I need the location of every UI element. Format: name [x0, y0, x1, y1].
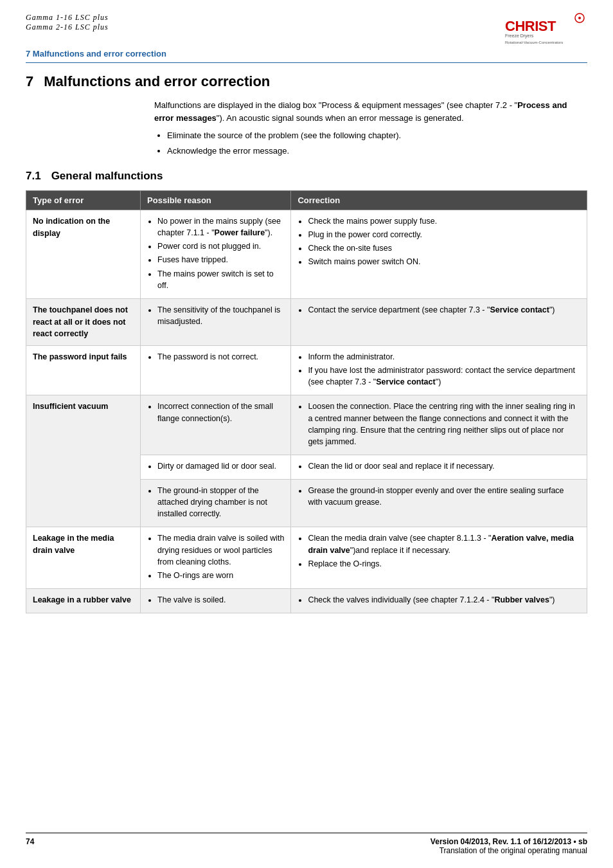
error-type-cell: Insufficient vacuum	[26, 395, 141, 527]
correction-list: Inform the administrator. If you have lo…	[298, 351, 580, 388]
error-type-cell: The touchpanel does not react at all or …	[26, 298, 141, 345]
error-table: Type of error Possible reason Correction…	[26, 190, 587, 613]
correction-list: Contact the service department (see chap…	[298, 304, 580, 316]
table-row: Leakage in a rubber valve The valve is s…	[26, 588, 587, 613]
intro-content: Malfunctions are displayed in the dialog…	[154, 99, 587, 159]
reason-item: Power cord is not plugged in.	[157, 240, 284, 252]
correction-list: Loosen the connection. Place the centrin…	[298, 401, 580, 448]
intro-bullet-2: Acknowledge the error message.	[167, 145, 587, 158]
section-nav: 7 Malfunctions and error correction	[26, 49, 587, 59]
footer-version: Version 04/2013, Rev. 1.1 of 16/12/2013 …	[431, 837, 587, 846]
reason-item: No power in the mains supply (see chapte…	[157, 215, 284, 239]
reason-list: The ground-in stopper of the attached dr…	[147, 485, 284, 520]
reason-list: Dirty or damaged lid or door seal.	[147, 460, 284, 472]
correction-item: Loosen the connection. Place the centrin…	[308, 401, 580, 448]
error-type-cell: Leakage in a rubber valve	[26, 588, 141, 613]
reason-cell: Dirty or damaged lid or door seal.	[141, 455, 291, 479]
table-row: Leakage in the media drain valve The med…	[26, 527, 587, 589]
reason-list: Incorrect connection of the small flange…	[147, 401, 284, 424]
reason-cell: The password is not correct.	[141, 346, 291, 395]
correction-list: Clean the media drain valve (see chapter…	[298, 532, 580, 569]
correction-cell: Loosen the connection. Place the centrin…	[291, 395, 587, 455]
intro-indent	[26, 99, 154, 159]
logo-container: CHRIST Freeze Dryers Rotational-Vacuum-C…	[504, 13, 587, 46]
table-row: No indication on the display No power in…	[26, 210, 587, 299]
header-left: Gamma 1-16 LSC plus Gamma 2-16 LSC plus	[26, 13, 109, 32]
col-error-type: Type of error	[26, 191, 141, 210]
reason-list: No power in the mains supply (see chapte…	[147, 215, 284, 291]
reason-item: Incorrect connection of the small flange…	[157, 401, 284, 424]
chapter-title: Malfunctions and error correction	[44, 73, 270, 90]
correction-cell: Grease the ground-in stopper evenly and …	[291, 480, 587, 527]
col-possible-reason: Possible reason	[141, 191, 291, 210]
header-divider	[26, 62, 587, 63]
chapter-heading: 7 Malfunctions and error correction	[26, 73, 587, 90]
table-row: The password input fails The password is…	[26, 346, 587, 395]
correction-item: Switch mains power switch ON.	[308, 256, 580, 267]
reason-item: The password is not correct.	[157, 351, 284, 363]
page-header: Gamma 1-16 LSC plus Gamma 2-16 LSC plus …	[26, 13, 587, 46]
correction-list: Grease the ground-in stopper evenly and …	[298, 485, 580, 508]
device-title-2: Gamma 2-16 LSC plus	[26, 23, 109, 32]
table-row: Insufficient vacuum Incorrect connection…	[26, 395, 587, 455]
reason-list: The sensitivity of the touchpanel is mis…	[147, 304, 284, 327]
section71-title: General malfunctions	[51, 170, 163, 183]
reason-cell: No power in the mains supply (see chapte…	[141, 210, 291, 299]
page-wrapper: Gamma 1-16 LSC plus Gamma 2-16 LSC plus …	[0, 0, 613, 868]
correction-list: Check the valves individually (see chapt…	[298, 594, 580, 606]
svg-point-1	[578, 17, 581, 19]
correction-list: Clean the lid or door seal and replace i…	[298, 460, 580, 472]
intro-bullet-1: Eliminate the source of the problem (see…	[167, 129, 587, 142]
reason-cell: The sensitivity of the touchpanel is mis…	[141, 298, 291, 345]
section71-number: 7.1	[26, 170, 41, 183]
correction-item: Inform the administrator.	[308, 351, 580, 363]
reason-cell: The media drain valve is soiled with dry…	[141, 527, 291, 589]
correction-cell: Contact the service department (see chap…	[291, 298, 587, 345]
reason-item: The sensitivity of the touchpanel is mis…	[157, 304, 284, 327]
svg-text:CHRIST: CHRIST	[505, 18, 556, 34]
reason-list: The media drain valve is soiled with dry…	[147, 532, 284, 581]
reason-item: The ground-in stopper of the attached dr…	[157, 485, 284, 520]
col-correction: Correction	[291, 191, 587, 210]
correction-list: Check the mains power supply fuse. Plug …	[298, 215, 580, 268]
correction-cell: Clean the lid or door seal and replace i…	[291, 455, 587, 479]
intro-paragraph: Malfunctions are displayed in the dialog…	[154, 99, 587, 124]
correction-item: Check the valves individually (see chapt…	[308, 594, 580, 606]
correction-item: Contact the service department (see chap…	[308, 304, 580, 316]
reason-item: The mains power switch is set to off.	[157, 268, 284, 291]
reason-list: The password is not correct.	[147, 351, 284, 363]
correction-cell: Clean the media drain valve (see chapter…	[291, 527, 587, 589]
error-type-cell: Leakage in the media drain valve	[26, 527, 141, 589]
page-footer: 74 Version 04/2013, Rev. 1.1 of 16/12/20…	[26, 833, 587, 855]
correction-item: Clean the media drain valve (see chapter…	[308, 532, 580, 556]
svg-text:Freeze Dryers: Freeze Dryers	[505, 33, 534, 39]
chapter-number: 7	[26, 73, 33, 90]
reason-cell: The valve is soiled.	[141, 588, 291, 613]
reason-item: The media drain valve is soiled with dry…	[157, 532, 284, 567]
correction-cell: Inform the administrator. If you have lo…	[291, 346, 587, 395]
page-number: 74	[26, 837, 34, 855]
correction-item: Plug in the power cord correctly.	[308, 229, 580, 240]
intro-bold-text: Process and error messages	[154, 100, 567, 123]
reason-item: Dirty or damaged lid or door seal.	[157, 460, 284, 472]
intro-bullet-list: Eliminate the source of the problem (see…	[154, 129, 587, 157]
correction-cell: Check the mains power supply fuse. Plug …	[291, 210, 587, 299]
correction-item: Clean the lid or door seal and replace i…	[308, 460, 580, 472]
device-title-1: Gamma 1-16 LSC plus	[26, 13, 109, 23]
reason-item: Fuses have tripped.	[157, 254, 284, 266]
error-type-cell: The password input fails	[26, 346, 141, 395]
reason-cell: The ground-in stopper of the attached dr…	[141, 480, 291, 527]
error-type-cell: No indication on the display	[26, 210, 141, 299]
correction-item: Check the mains power supply fuse.	[308, 215, 580, 227]
intro-section: Malfunctions are displayed in the dialog…	[26, 99, 587, 159]
section71-heading: 7.1 General malfunctions	[26, 170, 587, 183]
reason-cell: Incorrect connection of the small flange…	[141, 395, 291, 455]
reason-list: The valve is soiled.	[147, 594, 284, 606]
footer-translation: Translation of the original operating ma…	[431, 846, 587, 855]
correction-item: Replace the O-rings.	[308, 558, 580, 570]
reason-item: The valve is soiled.	[157, 594, 284, 606]
correction-item: Grease the ground-in stopper evenly and …	[308, 485, 580, 508]
correction-cell: Check the valves individually (see chapt…	[291, 588, 587, 613]
correction-item: If you have lost the administrator passw…	[308, 365, 580, 388]
footer-right: Version 04/2013, Rev. 1.1 of 16/12/2013 …	[431, 837, 587, 855]
